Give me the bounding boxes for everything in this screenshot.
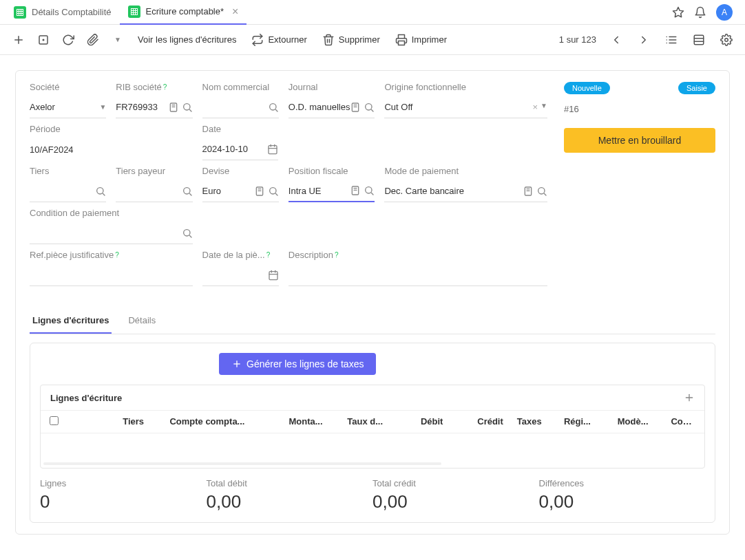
close-icon[interactable]: × <box>232 6 238 18</box>
col-mode[interactable]: Modè... <box>611 416 664 427</box>
attach-button[interactable] <box>81 28 105 52</box>
commercial-name-input[interactable] <box>202 96 279 118</box>
add-line-button[interactable] <box>684 392 695 403</box>
field-payment-condition: Condition de paiement <box>30 208 193 244</box>
edit-icon[interactable] <box>523 186 534 197</box>
search-icon[interactable] <box>182 228 193 239</box>
field-doc-date: Date de la piè...? <box>202 250 279 286</box>
select-all-checkbox[interactable] <box>50 416 59 425</box>
edit-icon[interactable] <box>350 102 361 113</box>
bell-icon[interactable] <box>694 6 706 19</box>
total-debit-label: Total débit <box>207 478 373 488</box>
total-debit-value: 0,00 <box>207 491 373 513</box>
help-icon[interactable]: ? <box>266 251 271 259</box>
currency-input[interactable]: Euro <box>202 180 279 202</box>
field-rib: RIB société? FR769933 <box>116 82 192 118</box>
search-icon[interactable] <box>268 186 279 197</box>
print-button[interactable]: Imprimer <box>388 28 454 52</box>
search-icon[interactable] <box>536 186 547 197</box>
doc-date-input[interactable] <box>202 264 279 286</box>
col-compte[interactable]: Compte compta... <box>162 416 269 427</box>
rib-input[interactable]: FR769933 <box>116 96 192 118</box>
payment-mode-input[interactable]: Dec. Carte bancaire <box>384 180 547 202</box>
tab-ecriture-comptable[interactable]: Ecriture comptable* × <box>120 0 247 25</box>
prev-button[interactable] <box>605 28 628 52</box>
search-icon[interactable] <box>268 102 279 113</box>
chevron-down-icon: ▼ <box>99 103 106 111</box>
scrollbar[interactable] <box>43 462 441 465</box>
fiscal-position-input[interactable]: Intra UE <box>288 180 375 202</box>
col-taxes[interactable]: Taxes <box>510 416 557 427</box>
svg-point-26 <box>366 103 372 109</box>
refresh-button[interactable] <box>56 28 80 52</box>
calendar-icon[interactable] <box>268 270 279 281</box>
help-icon[interactable]: ? <box>335 251 339 259</box>
star-icon[interactable] <box>672 6 684 19</box>
total-lines-value: 0 <box>40 491 207 513</box>
search-icon[interactable] <box>182 102 193 113</box>
total-diff-value: 0,00 <box>539 491 706 513</box>
table-header: Tiers Compte compta... Monta... Taux d..… <box>41 411 704 433</box>
col-comp[interactable]: Comp... <box>664 416 704 427</box>
calendar-icon[interactable] <box>267 144 278 155</box>
field-period: Période 10/AF2024 <box>30 124 193 160</box>
table-body <box>41 433 704 468</box>
module-icon <box>14 6 26 19</box>
col-taux[interactable]: Taux d... <box>330 416 390 427</box>
svg-line-27 <box>372 109 374 111</box>
col-tiers[interactable]: Tiers <box>67 416 162 427</box>
more-dropdown[interactable]: ▼ <box>106 28 129 52</box>
search-icon[interactable] <box>95 186 106 197</box>
svg-rect-28 <box>269 145 277 153</box>
settings-button[interactable] <box>715 28 738 52</box>
date-input[interactable]: 2024-10-10 <box>202 138 278 160</box>
search-icon[interactable] <box>182 186 193 197</box>
tab-label: Ecriture comptable* <box>146 6 224 17</box>
field-payer: Tiers payeur <box>116 166 192 202</box>
next-button[interactable] <box>632 28 655 52</box>
payer-input[interactable] <box>116 180 192 202</box>
search-icon[interactable] <box>364 185 375 196</box>
view-lines-button[interactable]: Voir les lignes d'écritures <box>131 28 243 52</box>
field-description: Description? <box>288 250 547 286</box>
list-view-button[interactable] <box>660 28 683 52</box>
reverse-button[interactable]: Extourner <box>244 28 313 52</box>
save-button[interactable] <box>32 28 55 52</box>
tab-details[interactable]: Détails <box>125 308 158 334</box>
svg-point-39 <box>270 187 276 193</box>
total-credit-label: Total crédit <box>373 478 539 488</box>
company-select[interactable]: Axelor ▼ <box>30 96 106 118</box>
edit-icon[interactable] <box>350 185 361 196</box>
help-icon[interactable]: ? <box>163 83 167 91</box>
partner-input[interactable] <box>30 180 106 202</box>
help-icon[interactable]: ? <box>115 251 119 259</box>
tab-lines[interactable]: Lignes d'écritures <box>30 308 112 334</box>
ref-doc-input[interactable] <box>30 264 193 286</box>
svg-point-34 <box>183 187 189 193</box>
edit-icon[interactable] <box>168 102 179 113</box>
origin-select[interactable]: Cut Off ×▼ <box>384 96 547 118</box>
edit-icon[interactable] <box>254 186 265 197</box>
delete-button[interactable]: Supprimer <box>315 28 387 52</box>
col-credit[interactable]: Crédit <box>450 416 510 427</box>
search-icon[interactable] <box>364 102 375 113</box>
generate-tax-lines-button[interactable]: Générer les lignes de taxes <box>219 353 376 375</box>
tab-label: Détails Comptabilité <box>32 7 112 17</box>
record-ref: #16 <box>564 104 715 114</box>
avatar[interactable]: A <box>716 4 733 21</box>
field-origin: Origine fonctionnelle Cut Off ×▼ <box>384 82 547 118</box>
col-montant[interactable]: Monta... <box>269 416 329 427</box>
new-button[interactable] <box>7 28 30 52</box>
form-view-button[interactable] <box>687 28 711 52</box>
draft-button[interactable]: Mettre en brouillard <box>564 128 715 153</box>
field-commercial-name: Nom commercial <box>202 82 279 118</box>
journal-input[interactable]: O.D. manuelles <box>288 96 375 118</box>
col-debit[interactable]: Débit <box>390 416 450 427</box>
description-input[interactable] <box>288 264 547 286</box>
col-regi[interactable]: Régi... <box>557 416 611 427</box>
field-ref-doc: Ref.pièce justificative? <box>30 250 193 286</box>
svg-line-45 <box>372 193 374 195</box>
tab-details-comptabilite[interactable]: Détails Comptabilité <box>6 0 120 25</box>
payment-condition-input[interactable] <box>30 222 193 244</box>
clear-icon[interactable]: × <box>533 102 538 112</box>
